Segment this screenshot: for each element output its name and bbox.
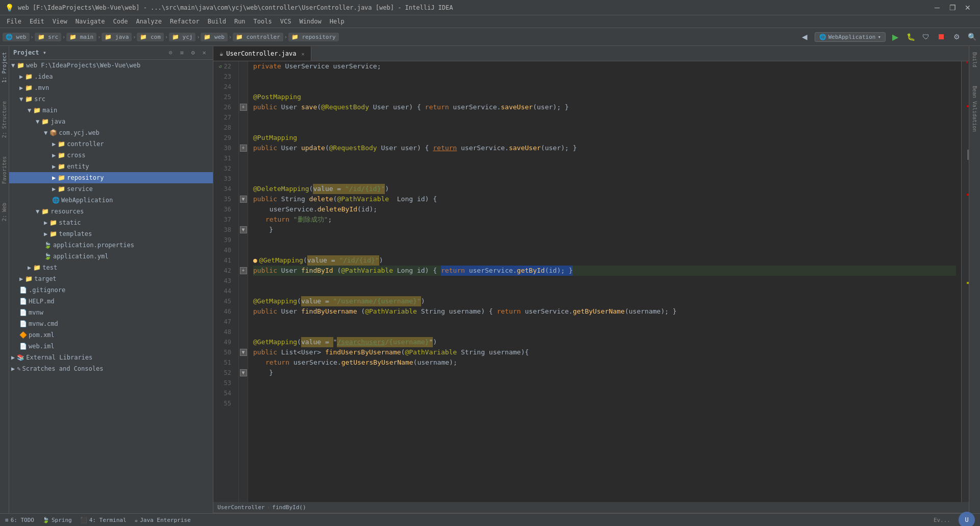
locate-icon[interactable]: ⊙ <box>166 48 175 57</box>
vtab-project[interactable]: 1: Project <box>1 48 8 87</box>
settings-icon[interactable]: ⚙ <box>188 48 198 57</box>
tree-item-helpmd[interactable]: 📄 HELP.md <box>9 296 213 307</box>
menu-build[interactable]: Build <box>204 15 230 28</box>
tree-item-target[interactable]: ▶ 📁 target <box>9 273 213 284</box>
stop-button[interactable]: ⏹ <box>936 31 947 42</box>
close-button[interactable]: ✕ <box>961 2 975 13</box>
menu-run[interactable]: Run <box>230 15 250 28</box>
tab-close-icon[interactable]: ✕ <box>302 51 305 57</box>
fold-30[interactable]: + <box>239 143 248 153</box>
tree-item-java[interactable]: ▼ 📁 java <box>9 116 213 127</box>
fold-btn-26[interactable]: + <box>240 104 247 111</box>
menu-refactor[interactable]: Refactor <box>166 15 204 28</box>
breadcrumb-src[interactable]: 📁 src <box>35 33 62 41</box>
tree-item-webiml[interactable]: 📄 web.iml <box>9 341 213 352</box>
menu-code[interactable]: Code <box>109 15 132 28</box>
project-panel-title: Project ▾ <box>13 49 46 56</box>
tree-item-static[interactable]: ▶ 📁 static <box>9 217 213 228</box>
hide-icon[interactable]: ✕ <box>200 48 209 57</box>
tree-item-idea[interactable]: ▶ 📁 .idea <box>9 71 213 82</box>
vtab-structure[interactable]: 2: Structure <box>1 97 8 142</box>
tree-item-resources[interactable]: ▼ 📁 resources <box>9 206 213 217</box>
tree-item-appyml[interactable]: 🍃 application.yml <box>9 251 213 262</box>
menu-file[interactable]: File <box>3 15 26 28</box>
breadcrumb-usercontroller[interactable]: UserController <box>217 504 265 511</box>
tree-item-appprops[interactable]: 🍃 application.properties <box>9 240 213 251</box>
menu-vcs[interactable]: VCS <box>276 15 296 28</box>
fold-34 <box>239 184 248 194</box>
tree-item-web[interactable]: ▼ 📁 web F:\IdeaProjects\Web-Vue\web <box>9 60 213 71</box>
right-vtab-build[interactable]: Build <box>971 48 978 71</box>
tree-item-templates[interactable]: ▶ 📁 templates <box>9 228 213 240</box>
tab-usercontroller[interactable]: ☕ UserController.java ✕ <box>213 46 311 61</box>
breadcrumb-findbyid[interactable]: findById() <box>272 504 306 511</box>
tree-item-mvnw[interactable]: 📄 mvnw <box>9 307 213 318</box>
tree-item-entity[interactable]: ▶ 📁 entity <box>9 161 213 172</box>
collapse-icon[interactable]: ≡ <box>177 48 186 57</box>
code-editor[interactable]: ↺22 23 24 25 26 27 28 29 30 31 32 33 34 … <box>213 61 969 502</box>
fold-26[interactable]: + <box>239 102 248 112</box>
search-everywhere-button[interactable]: 🔍 <box>966 31 977 42</box>
tree-item-src[interactable]: ▼ 📁 src <box>9 93 213 105</box>
fold-btn-42[interactable]: + <box>240 267 247 274</box>
user-avatar[interactable]: U <box>959 512 975 526</box>
tree-item-extlibs[interactable]: ▶ 📚 External Libraries <box>9 352 213 363</box>
menu-tools[interactable]: Tools <box>250 15 276 28</box>
breadcrumb-controller[interactable]: 📁 controller <box>233 33 283 41</box>
right-vtab-beanvalidation[interactable]: Bean Validation <box>971 82 978 136</box>
breadcrumb-java[interactable]: 📁 java <box>102 33 132 41</box>
menu-help[interactable]: Help <box>326 15 349 28</box>
tree-item-webapp[interactable]: 🌐 WebApplication <box>9 195 213 206</box>
code-line-35: public String delete (@PathVariable Long… <box>253 194 956 204</box>
fold-btn-52[interactable]: ▼ <box>240 369 247 376</box>
vtab-web[interactable]: 2: Web <box>1 199 8 225</box>
bottom-tab-javaenterprise[interactable]: ☕ Java Enterprise <box>135 517 191 523</box>
menu-view[interactable]: View <box>48 15 71 28</box>
settings-button[interactable]: ⚙ <box>951 31 962 42</box>
scrollbar-thumb[interactable] <box>967 150 969 160</box>
tree-item-main[interactable]: ▼ 📁 main <box>9 105 213 116</box>
fold-38[interactable]: ▼ <box>239 225 248 235</box>
fold-btn-50[interactable]: ▼ <box>240 349 247 356</box>
code-text[interactable]: private UserService userService; @PostMa… <box>248 61 961 502</box>
minimize-button[interactable]: ─ <box>930 2 944 13</box>
breadcrumb-main[interactable]: 📁 main <box>66 33 96 41</box>
fold-35[interactable]: ▼ <box>239 194 248 204</box>
menu-edit[interactable]: Edit <box>26 15 48 28</box>
tree-item-gitignore[interactable]: 📄 .gitignore <box>9 284 213 296</box>
breadcrumb-ycj[interactable]: 📁 ycj <box>169 33 196 41</box>
breadcrumb-com[interactable]: 📁 com <box>137 33 164 41</box>
menu-analyze[interactable]: Analyze <box>132 15 166 28</box>
bottom-tab-todo[interactable]: ≡ 6: TODO <box>5 517 34 523</box>
tree-item-comycjweb[interactable]: ▼ 📦 com.ycj.web <box>9 127 213 138</box>
breadcrumb-web[interactable]: 🌐 web <box>3 33 30 41</box>
bottom-tab-terminal[interactable]: ⬛ 4: Terminal <box>80 517 127 523</box>
tree-item-service[interactable]: ▶ 📁 service <box>9 183 213 195</box>
maximize-button[interactable]: ❐ <box>945 2 960 13</box>
tree-item-controller[interactable]: ▶ 📁 controller <box>9 138 213 150</box>
run-config[interactable]: 🌐 WebApplication ▾ <box>815 32 886 42</box>
bottom-tab-spring[interactable]: 🍃 Spring <box>42 517 72 523</box>
breadcrumb-repository[interactable]: 📁 repository <box>288 33 339 41</box>
tree-item-mvn[interactable]: ▶ 📁 .mvn <box>9 82 213 93</box>
run-button[interactable]: ▶ <box>890 31 901 42</box>
breadcrumb-web2[interactable]: 📁 web <box>201 33 228 41</box>
menu-navigate[interactable]: Navigate <box>71 15 109 28</box>
fold-btn-38[interactable]: ▼ <box>240 226 247 233</box>
vtab-favorites[interactable]: Favorites <box>1 152 8 188</box>
fold-btn-35[interactable]: ▼ <box>240 196 247 203</box>
fold-50[interactable]: ▼ <box>239 347 248 357</box>
menu-window[interactable]: Window <box>295 15 325 28</box>
tree-item-cross[interactable]: ▶ 📁 cross <box>9 150 213 161</box>
tree-item-mvnwcmd[interactable]: 📄 mvnw.cmd <box>9 318 213 329</box>
fold-btn-30[interactable]: + <box>240 145 247 152</box>
fold-52[interactable]: ▼ <box>239 368 248 378</box>
fold-42[interactable]: + <box>239 266 248 276</box>
tree-item-pomxml[interactable]: 🔶 pom.xml <box>9 329 213 341</box>
coverage-button[interactable]: 🛡 <box>920 31 932 42</box>
back-button[interactable]: ◀ <box>799 31 811 42</box>
debug-button[interactable]: 🐛 <box>905 31 916 42</box>
tree-item-test[interactable]: ▶ 📁 test <box>9 262 213 273</box>
tree-item-repository[interactable]: ▶ 📁 repository <box>9 172 213 183</box>
tree-item-scratches[interactable]: ▶ ✎ Scratches and Consoles <box>9 363 213 374</box>
